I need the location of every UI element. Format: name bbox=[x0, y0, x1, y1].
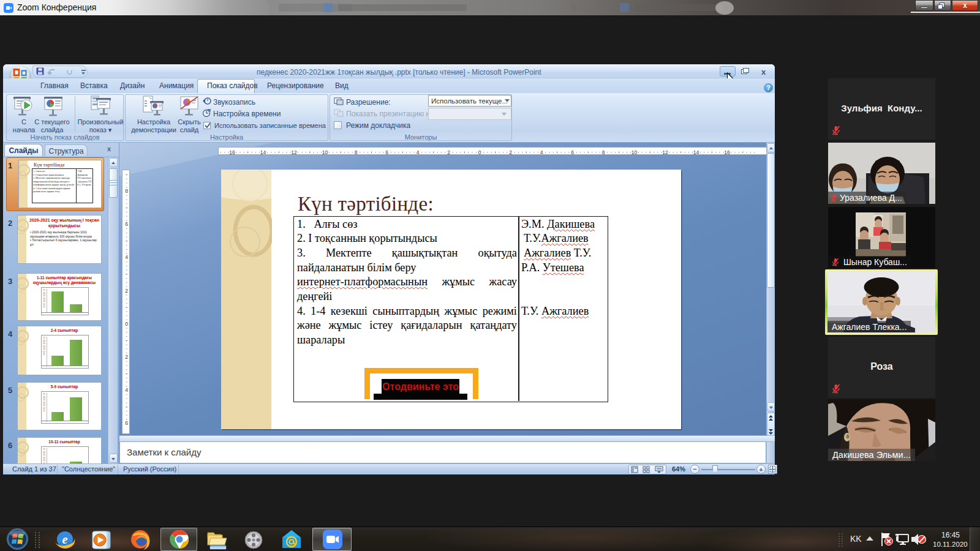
svg-text:6: 6 bbox=[125, 420, 128, 426]
svg-text:4: 4 bbox=[125, 387, 128, 393]
svg-text:2: 2 bbox=[447, 149, 450, 156]
svg-text:e: e bbox=[62, 533, 68, 546]
svg-text:6: 6 bbox=[571, 149, 574, 156]
svg-text:2: 2 bbox=[125, 354, 128, 360]
svg-text:10: 10 bbox=[631, 149, 638, 156]
svg-text:0: 0 bbox=[478, 149, 481, 156]
svg-text:0: 0 bbox=[125, 321, 128, 327]
svg-text:8: 8 bbox=[125, 188, 128, 194]
svg-text:2: 2 bbox=[509, 149, 512, 156]
svg-text:12: 12 bbox=[291, 149, 297, 156]
svg-text:16: 16 bbox=[724, 149, 730, 156]
svg-text:16: 16 bbox=[229, 149, 235, 156]
svg-text:2: 2 bbox=[125, 288, 128, 294]
svg-text:6: 6 bbox=[385, 149, 388, 156]
svg-text:4: 4 bbox=[125, 254, 128, 260]
svg-text:8: 8 bbox=[602, 149, 605, 156]
svg-text:8: 8 bbox=[355, 149, 358, 156]
svg-text:14: 14 bbox=[693, 149, 699, 156]
svg-text:6: 6 bbox=[125, 221, 128, 227]
svg-text:4: 4 bbox=[417, 149, 420, 156]
svg-text:12: 12 bbox=[662, 149, 668, 156]
svg-text:10: 10 bbox=[322, 149, 328, 156]
svg-text:14: 14 bbox=[260, 149, 266, 156]
svg-text:4: 4 bbox=[540, 149, 543, 156]
